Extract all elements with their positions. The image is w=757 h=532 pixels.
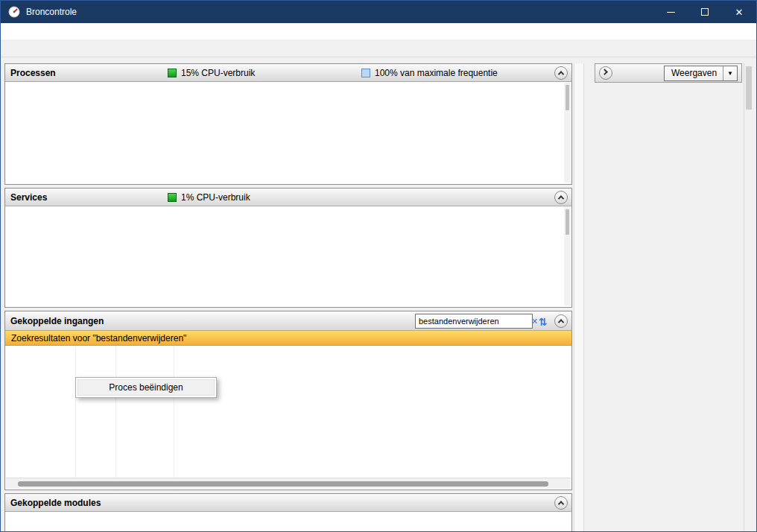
services-collapse-button[interactable] (554, 191, 568, 204)
search-results-bar: Zoekresultaten voor "bestandenverwijdere… (5, 331, 571, 346)
views-label: Weergaven (671, 68, 717, 78)
handles-horizontal-scrollbar[interactable] (6, 478, 571, 489)
graphs-panel: Weergaven ▼ (586, 63, 744, 532)
tab-strip (1, 39, 756, 57)
left-column: Processen 15% CPU-verbruik 100% van maxi… (4, 63, 572, 532)
services-cpu-legend: 1% CPU-verbruik (168, 192, 250, 203)
processes-table-body (5, 82, 571, 184)
handles-collapse-button[interactable] (554, 314, 568, 328)
right-panel-scrollbar[interactable] (744, 63, 753, 532)
column-divider (115, 346, 116, 490)
handles-title: Gekoppelde ingangen (10, 316, 104, 326)
menubar (1, 23, 756, 39)
left-panel-scrollbar[interactable] (574, 63, 584, 532)
services-scrollbar[interactable] (564, 207, 571, 305)
chevron-up-icon (558, 501, 564, 507)
processes-section-header[interactable]: Processen 15% CPU-verbruik 100% van maxi… (5, 64, 571, 82)
broncontrole-window: Broncontrole ✕ Processen 15% CPU-verbrui… (0, 0, 757, 532)
handles-table-body (5, 346, 571, 490)
column-divider (75, 346, 76, 490)
services-cpu-label: 1% CPU-verbruik (181, 192, 250, 203)
max-frequency-swatch-icon (361, 69, 370, 77)
column-divider (174, 346, 174, 490)
maximize-button[interactable] (688, 1, 722, 23)
minimize-button[interactable] (653, 1, 688, 23)
processes-collapse-button[interactable] (554, 66, 568, 80)
modules-panel: Gekoppelde modules (4, 493, 572, 532)
window-controls: ✕ (653, 1, 756, 23)
graphs-toolbar: Weergaven ▼ (595, 63, 742, 83)
services-title: Services (10, 192, 47, 203)
maximize-icon (701, 8, 709, 16)
chevron-up-icon (558, 319, 564, 325)
scrollbar-thumb[interactable] (746, 66, 752, 110)
chevron-down-icon: ▼ (723, 70, 737, 77)
views-dropdown-button[interactable]: Weergaven ▼ (664, 66, 738, 81)
cpu-usage-label: 15% CPU-verbruik (181, 68, 255, 78)
chevron-right-icon (601, 69, 607, 75)
window-title: Broncontrole (26, 7, 77, 17)
modules-section-header[interactable]: Gekoppelde modules (5, 494, 571, 512)
scrollbar-thumb[interactable] (18, 481, 548, 487)
context-menu: Proces beëindigen (75, 377, 217, 398)
modules-collapse-button[interactable] (554, 496, 568, 510)
titlebar: Broncontrole ✕ (1, 1, 756, 23)
cpu-usage-legend: 15% CPU-verbruik (168, 68, 255, 78)
minimize-icon (667, 12, 675, 13)
services-panel: Services 1% CPU-verbruik (4, 188, 572, 308)
max-frequency-legend: 100% van maximale frequentie (361, 68, 498, 78)
chevron-up-icon (558, 71, 564, 77)
handle-search-box: ✕ (415, 314, 533, 329)
modules-table-body (5, 512, 571, 532)
processes-scrollbar[interactable] (564, 83, 571, 183)
services-cpu-swatch-icon (168, 193, 177, 202)
scrollbar-thumb[interactable] (566, 85, 569, 110)
resource-monitor-icon (8, 6, 20, 18)
scrollbar-thumb[interactable] (566, 209, 569, 235)
cpu-usage-swatch-icon (168, 69, 177, 77)
services-section-header[interactable]: Services 1% CPU-verbruik (5, 189, 571, 206)
refresh-icon: ⇅ (539, 316, 548, 328)
handles-panel: Gekoppelde ingangen ✕ ⇅ Zoekresultaten v… (4, 311, 572, 490)
main-content: Processen 15% CPU-verbruik 100% van maxi… (1, 57, 756, 532)
max-frequency-label: 100% van maximale frequentie (375, 68, 498, 78)
processes-panel: Processen 15% CPU-verbruik 100% van maxi… (4, 63, 572, 185)
refresh-search-button[interactable]: ⇅ (536, 314, 550, 329)
close-icon: ✕ (735, 7, 744, 17)
processes-title: Processen (10, 68, 56, 78)
handle-search-input[interactable] (416, 317, 528, 326)
modules-title: Gekoppelde modules (10, 498, 101, 508)
chevron-up-icon (558, 195, 564, 201)
search-results-label: Zoekresultaten voor "bestandenverwijdere… (11, 333, 186, 343)
close-button[interactable]: ✕ (722, 1, 756, 23)
context-menu-item-end-process[interactable]: Proces beëindigen (77, 379, 215, 396)
expand-panel-button[interactable] (599, 66, 612, 80)
services-table-body (5, 206, 571, 307)
handles-section-header[interactable]: Gekoppelde ingangen ✕ ⇅ (5, 311, 571, 331)
